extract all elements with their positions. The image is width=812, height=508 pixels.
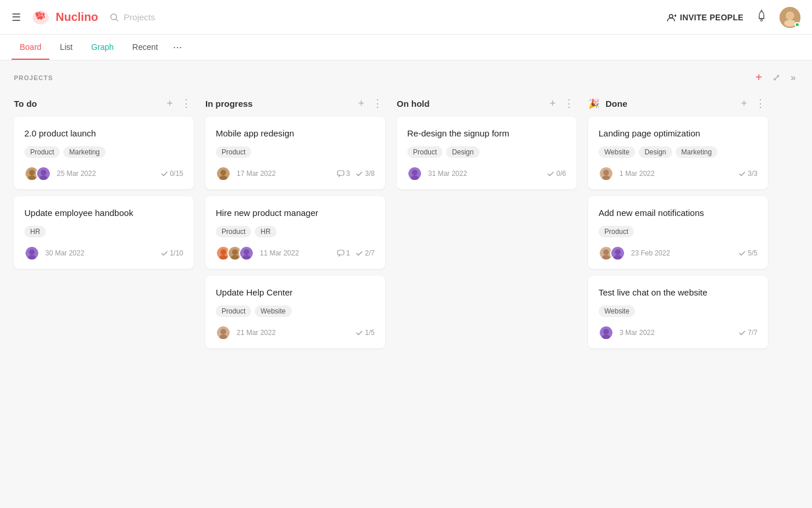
card-footer: 21 Mar 2022 1/5	[216, 325, 375, 340]
card-comments: 1	[337, 249, 350, 257]
card-tag: Design	[639, 146, 672, 158]
column-header-done: 🎉 Done + ⋮	[588, 92, 768, 117]
column-header-todo: To do + ⋮	[14, 92, 194, 117]
invite-people-button[interactable]: INVITE PEOPLE	[667, 13, 744, 22]
card-comments: 3	[337, 170, 350, 178]
column-todo: To do + ⋮ 2.0 product launch ProductMark…	[14, 92, 194, 276]
notification-icon[interactable]	[755, 9, 768, 25]
tab-board[interactable]: Board	[12, 35, 49, 60]
column-title: On hold	[397, 99, 543, 109]
card-mobile-redesign[interactable]: Mobile app redesign Product 17 Mar 2022 …	[205, 117, 385, 189]
card-tag: Website	[599, 146, 635, 158]
card-avatars	[24, 246, 39, 261]
svg-point-48	[615, 249, 621, 255]
column-menu-button[interactable]: ⋮	[753, 97, 768, 110]
expand-icon[interactable]: ⤢	[770, 71, 782, 84]
column-add-button[interactable]: +	[738, 98, 749, 110]
svg-point-51	[603, 329, 609, 334]
card-tag: Website	[255, 305, 291, 317]
card-tags: HR	[24, 226, 183, 237]
add-project-button[interactable]: +	[753, 70, 764, 85]
card-avatars	[216, 166, 231, 181]
card-signup-form[interactable]: Re-design the signup form ProductDesign …	[397, 117, 577, 189]
column-menu-button[interactable]: ⋮	[179, 97, 194, 110]
card-avatar	[599, 325, 614, 340]
view-tabs: Board List Graph Recent ⋯	[0, 35, 812, 60]
svg-point-33	[242, 255, 250, 260]
card-checks: 3/3	[738, 170, 757, 178]
svg-point-40	[411, 175, 418, 181]
card-product-launch[interactable]: 2.0 product launch ProductMarketing 25 M…	[14, 117, 194, 189]
svg-point-3	[669, 15, 673, 18]
card-hire-manager[interactable]: Hire new product manager ProductHR 11 Ma…	[205, 196, 385, 269]
card-footer: 11 Mar 2022 1 2/7	[216, 246, 375, 261]
card-avatar	[239, 246, 254, 261]
column-add-button[interactable]: +	[547, 98, 558, 110]
card-update-help[interactable]: Update Help Center ProductWebsite 21 Mar…	[205, 276, 385, 348]
svg-rect-34	[338, 250, 344, 255]
column-title: In progress	[205, 99, 352, 109]
card-meta: 3/3	[738, 170, 757, 178]
card-tags: ProductDesign	[407, 146, 566, 158]
column-add-button[interactable]: +	[164, 98, 175, 110]
card-tags: ProductWebsite	[216, 305, 375, 317]
card-meta: 5/5	[738, 249, 757, 257]
card-title: Add new email notifications	[599, 207, 757, 219]
svg-point-39	[412, 170, 418, 175]
person-add-icon	[667, 13, 676, 22]
card-landing-page[interactable]: Landing page optimization WebsiteDesignM…	[588, 117, 768, 189]
tab-graph[interactable]: Graph	[83, 35, 122, 60]
card-footer: 17 Mar 2022 3 3/8	[216, 166, 375, 181]
card-tag: Marketing	[63, 146, 106, 158]
online-indicator	[795, 22, 800, 27]
svg-point-19	[29, 249, 35, 255]
menu-icon[interactable]: ☰	[12, 11, 21, 24]
column-add-button[interactable]: +	[356, 98, 367, 110]
column-title: To do	[14, 99, 161, 109]
card-tag: Product	[407, 146, 443, 158]
card-footer: 23 Feb 2022 5/5	[599, 246, 757, 261]
tab-recent[interactable]: Recent	[124, 35, 166, 60]
column-menu-button[interactable]: ⋮	[561, 97, 577, 110]
svg-point-17	[39, 175, 47, 181]
column-inprogress: In progress + ⋮ Mobile app redesign Prod…	[205, 92, 385, 355]
card-tag: Product	[216, 146, 251, 158]
svg-point-22	[220, 170, 226, 175]
svg-point-30	[231, 255, 238, 260]
logo[interactable]: Nuclino	[30, 7, 98, 28]
card-meta: 3 3/8	[337, 170, 375, 178]
card-date: 25 Mar 2022	[57, 170, 96, 178]
user-avatar[interactable]	[780, 7, 800, 28]
tab-list[interactable]: List	[52, 35, 81, 60]
card-avatar	[36, 166, 51, 181]
card-tags: ProductMarketing	[24, 146, 183, 158]
column-menu-button[interactable]: ⋮	[370, 97, 385, 110]
collapse-icon[interactable]: »	[788, 71, 798, 84]
svg-point-45	[603, 249, 609, 255]
tab-more-icon[interactable]: ⋯	[168, 35, 187, 60]
card-meta: 1 2/7	[337, 249, 375, 257]
projects-section-label: PROJECTS	[14, 74, 53, 81]
header-right: INVITE PEOPLE	[667, 7, 800, 28]
card-meta: 1/5	[356, 329, 375, 337]
card-live-chat[interactable]: Test live chat on the website Website 3 …	[588, 276, 768, 348]
svg-line-2	[116, 19, 118, 21]
card-date: 1 Mar 2022	[619, 170, 655, 178]
card-footer: 31 Mar 2022 0/6	[407, 166, 566, 181]
svg-point-43	[602, 175, 610, 181]
search-area[interactable]: Projects	[110, 12, 155, 22]
column-title: Done	[606, 99, 735, 109]
card-tag: Website	[599, 305, 635, 317]
card-avatar	[407, 166, 422, 181]
card-employee-handbook[interactable]: Update employee handbook HR 30 Mar 2022 …	[14, 196, 194, 269]
card-date: 3 Mar 2022	[619, 329, 655, 337]
svg-point-16	[41, 170, 46, 175]
svg-point-23	[219, 175, 227, 181]
card-tag: Product	[24, 146, 60, 158]
svg-point-29	[232, 249, 238, 255]
card-tag: Marketing	[676, 146, 718, 158]
card-avatar	[599, 166, 614, 181]
card-avatar	[216, 166, 231, 181]
svg-point-20	[28, 255, 35, 260]
card-email-notifications[interactable]: Add new email notifications Product 23 F…	[588, 196, 768, 269]
